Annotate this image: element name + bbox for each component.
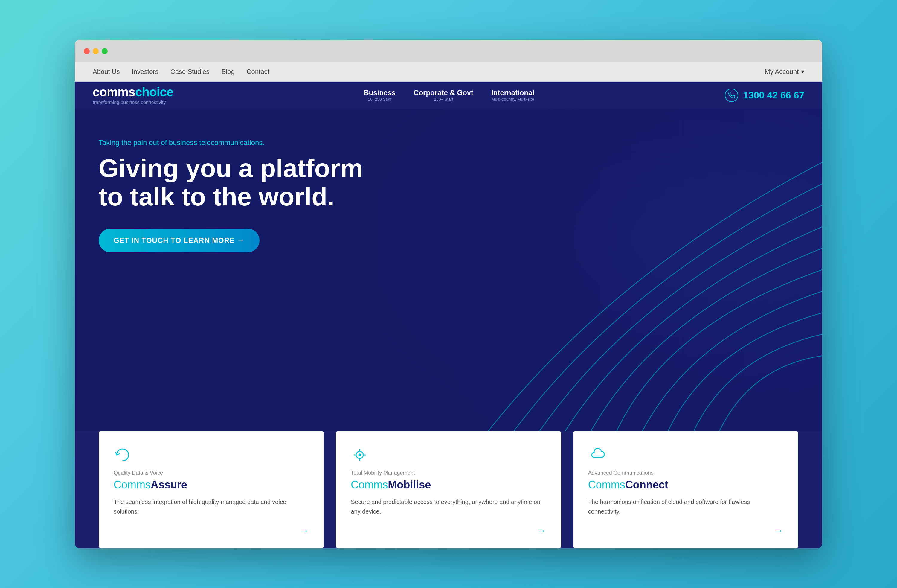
logo-area[interactable]: commschoice transforming business connec… bbox=[93, 85, 173, 105]
card-mobilise-name: Mobilise bbox=[388, 479, 431, 491]
card-comms-assure[interactable]: Quality Data & Voice CommsAssure The sea… bbox=[99, 431, 324, 548]
my-account-label: My Account bbox=[765, 68, 799, 76]
logo-comms: comms bbox=[93, 85, 135, 99]
crosshair-icon bbox=[351, 446, 369, 464]
top-navigation-bar: About Us Investors Case Studies Blog Con… bbox=[75, 62, 822, 82]
nav-business-label: Business bbox=[364, 89, 396, 97]
cta-button[interactable]: GET IN TOUCH TO LEARN MORE → bbox=[99, 228, 260, 253]
top-nav: About Us Investors Case Studies Blog Con… bbox=[93, 68, 269, 76]
card-comms-mobilise[interactable]: Total Mobility Management CommsMobilise … bbox=[336, 431, 561, 548]
browser-window: About Us Investors Case Studies Blog Con… bbox=[75, 40, 822, 548]
my-account-button[interactable]: My Account ▾ bbox=[765, 68, 804, 76]
card-mobilise-category: Total Mobility Management bbox=[351, 470, 546, 476]
logo: commschoice bbox=[93, 85, 173, 99]
hero-content: Taking the pain out of business telecomm… bbox=[99, 138, 363, 253]
card-connect-name: Connect bbox=[625, 479, 668, 491]
nav-business[interactable]: Business 10–250 Staff bbox=[364, 89, 396, 102]
card-assure-arrow[interactable]: → bbox=[299, 525, 309, 536]
nav-investors[interactable]: Investors bbox=[132, 68, 158, 76]
dot-maximize[interactable] bbox=[102, 48, 108, 54]
phone-icon bbox=[725, 89, 738, 102]
hero-title-line2: to talk to the world. bbox=[99, 182, 334, 211]
card-assure-title: CommsAssure bbox=[113, 479, 309, 491]
card-mobilise-description: Secure and predictable access to everyth… bbox=[351, 497, 546, 516]
nav-blog[interactable]: Blog bbox=[222, 68, 235, 76]
nav-international-sub: Multi-country, Multi-site bbox=[491, 97, 534, 102]
nav-about-us[interactable]: About Us bbox=[93, 68, 120, 76]
nav-contact[interactable]: Contact bbox=[246, 68, 269, 76]
dot-minimize[interactable] bbox=[93, 48, 99, 54]
cta-label: GET IN TOUCH TO LEARN MORE → bbox=[113, 236, 245, 245]
nav-business-sub: 10–250 Staff bbox=[364, 97, 396, 102]
card-assure-description: The seamless integration of high quality… bbox=[113, 497, 309, 516]
card-connect-category: Advanced Communications bbox=[588, 470, 784, 476]
card-assure-category: Quality Data & Voice bbox=[113, 470, 309, 476]
nav-case-studies[interactable]: Case Studies bbox=[170, 68, 210, 76]
hero-subtitle: Taking the pain out of business telecomm… bbox=[99, 138, 363, 147]
dropdown-icon: ▾ bbox=[801, 68, 804, 76]
hero-title: Giving you a platform to talk to the wor… bbox=[99, 154, 363, 211]
card-assure-name: Assure bbox=[151, 479, 187, 491]
refresh-icon bbox=[113, 446, 132, 464]
card-mobilise-title: CommsMobilise bbox=[351, 479, 546, 491]
logo-tagline: transforming business connectivity bbox=[93, 100, 173, 105]
nav-international[interactable]: International Multi-country, Multi-site bbox=[491, 89, 534, 102]
dot-close[interactable] bbox=[84, 48, 90, 54]
card-mobilise-arrow[interactable]: → bbox=[537, 525, 546, 536]
card-mobilise-comms: Comms bbox=[351, 479, 388, 491]
cards-grid: Quality Data & Voice CommsAssure The sea… bbox=[99, 431, 798, 548]
phone-number: 1300 42 66 67 bbox=[743, 90, 804, 101]
nav-corporate[interactable]: Corporate & Govt 250+ Staff bbox=[413, 89, 473, 102]
secondary-navigation: commschoice transforming business connec… bbox=[75, 82, 822, 109]
hero-title-line1: Giving you a platform bbox=[99, 154, 363, 182]
phone-area[interactable]: 1300 42 66 67 bbox=[725, 89, 804, 102]
card-connect-title: CommsConnect bbox=[588, 479, 784, 491]
logo-choice: choice bbox=[135, 85, 173, 99]
card-connect-comms: Comms bbox=[588, 479, 625, 491]
browser-chrome bbox=[75, 40, 822, 62]
card-assure-comms: Comms bbox=[113, 479, 151, 491]
nav-corporate-sub: 250+ Staff bbox=[413, 97, 473, 102]
browser-dots bbox=[84, 48, 108, 54]
cloud-icon bbox=[588, 446, 606, 464]
cards-section: Quality Data & Voice CommsAssure The sea… bbox=[75, 431, 822, 548]
svg-point-5 bbox=[359, 454, 361, 456]
card-connect-arrow[interactable]: → bbox=[774, 525, 784, 536]
website-content: commschoice transforming business connec… bbox=[75, 82, 822, 548]
nav-international-label: International bbox=[491, 89, 534, 97]
card-connect-description: The harmonious unification of cloud and … bbox=[588, 497, 784, 516]
secondary-nav-links: Business 10–250 Staff Corporate & Govt 2… bbox=[364, 89, 534, 102]
hero-section: Taking the pain out of business telecomm… bbox=[75, 109, 822, 431]
card-comms-connect[interactable]: Advanced Communications CommsConnect The… bbox=[573, 431, 798, 548]
nav-corporate-label: Corporate & Govt bbox=[413, 89, 473, 97]
